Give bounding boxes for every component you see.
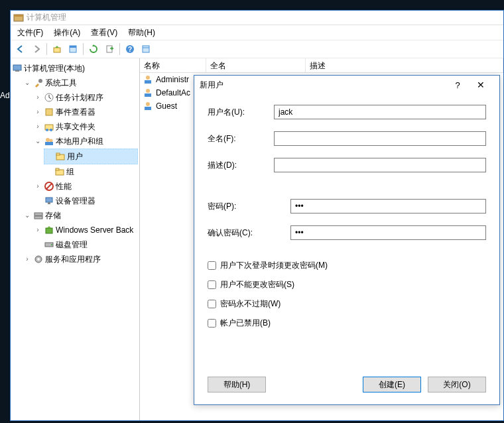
svg-rect-28: [48, 202, 50, 204]
svg-rect-27: [46, 198, 52, 202]
menu-help[interactable]: 帮助(H): [124, 26, 159, 40]
menu-view[interactable]: 查看(V): [87, 26, 121, 40]
tree-shared-folders[interactable]: ›共享文件夹: [33, 119, 138, 134]
svg-rect-24: [56, 168, 59, 170]
user-icon: [143, 74, 153, 85]
expand-icon[interactable]: ›: [33, 180, 42, 193]
svg-point-17: [50, 129, 52, 131]
svg-point-38: [146, 89, 150, 93]
expand-icon[interactable]: ›: [23, 253, 32, 266]
svg-rect-22: [56, 153, 60, 155]
close-icon[interactable]: ✕: [468, 80, 494, 90]
tree-groups[interactable]: 组: [44, 164, 138, 179]
close-button[interactable]: 关闭(O): [428, 377, 486, 393]
svg-point-19: [50, 139, 53, 143]
user-icon: [143, 88, 153, 98]
tree-services-apps[interactable]: ›服务和应用程序: [23, 252, 138, 267]
forward-button[interactable]: [29, 42, 44, 56]
refresh-button[interactable]: [86, 42, 101, 56]
cannot-change-checkbox[interactable]: [208, 280, 216, 289]
tools-icon: [33, 78, 44, 88]
tree-local-users-groups[interactable]: ⌄本地用户和组: [33, 134, 138, 149]
tree-users[interactable]: 用户: [44, 149, 138, 164]
username-label: 用户名(U):: [208, 107, 274, 118]
svg-point-12: [38, 79, 42, 83]
svg-rect-29: [34, 213, 42, 215]
clock-icon: [44, 92, 54, 103]
computer-icon: [12, 63, 23, 74]
tree-task-scheduler[interactable]: ›任务计划程序: [33, 90, 138, 105]
performance-icon: [44, 181, 54, 192]
dialog-help-icon[interactable]: ?: [448, 80, 468, 90]
svg-rect-11: [15, 70, 19, 72]
toolbar: ?: [11, 40, 503, 58]
list-header: 名称 全名 描述: [140, 58, 503, 73]
services-icon: [33, 254, 44, 265]
expand-icon[interactable]: ›: [33, 120, 42, 133]
svg-rect-31: [46, 228, 52, 233]
folder-icon: [55, 151, 66, 162]
event-icon: [44, 107, 54, 117]
svg-rect-14: [46, 109, 52, 115]
properties-button[interactable]: [66, 42, 80, 56]
dialog-title: 新用户: [200, 80, 448, 91]
tree-system-tools[interactable]: ⌄ 系统工具: [23, 76, 138, 90]
tree-event-viewer[interactable]: ›事件查看器: [33, 105, 138, 119]
collapse-icon[interactable]: ⌄: [23, 76, 32, 90]
menu-action[interactable]: 操作(A): [50, 26, 84, 40]
create-button[interactable]: 创建(E): [363, 377, 421, 393]
fullname-input[interactable]: [274, 131, 486, 146]
svg-rect-39: [145, 93, 151, 97]
dialog-title-bar[interactable]: 新用户 ? ✕: [194, 76, 499, 94]
collapse-icon[interactable]: ⌄: [33, 135, 42, 148]
fullname-label: 全名(F):: [208, 133, 274, 145]
expand-icon[interactable]: ›: [33, 91, 42, 104]
svg-point-18: [46, 138, 50, 142]
must-change-checkbox[interactable]: [208, 261, 216, 270]
tree-storage[interactable]: ⌄存储: [23, 208, 138, 223]
password-input[interactable]: [290, 199, 486, 213]
device-icon: [44, 196, 54, 206]
svg-point-36: [146, 76, 150, 80]
storage-icon: [33, 210, 44, 221]
description-label: 描述(D):: [208, 160, 274, 171]
col-description[interactable]: 描述: [306, 58, 503, 72]
title-bar: 计算机管理: [11, 11, 503, 25]
disabled-checkbox[interactable]: [208, 319, 216, 328]
svg-point-40: [146, 102, 150, 106]
col-name[interactable]: 名称: [140, 58, 206, 72]
expand-icon[interactable]: ›: [33, 223, 42, 237]
help-button[interactable]: 帮助(H): [208, 377, 266, 393]
description-input[interactable]: [274, 158, 486, 172]
svg-rect-5: [107, 46, 112, 52]
never-expires-checkbox[interactable]: [208, 300, 216, 308]
expand-icon[interactable]: ›: [33, 105, 42, 119]
svg-rect-4: [70, 46, 76, 48]
must-change-label: 用户下次登录时须更改密码(M): [220, 260, 328, 271]
tree-device-manager[interactable]: 设备管理器: [33, 194, 138, 208]
back-button[interactable]: [13, 42, 28, 56]
password-label: 密码(P):: [208, 201, 290, 212]
svg-rect-37: [145, 80, 151, 84]
help-button[interactable]: ?: [123, 42, 137, 56]
svg-text:?: ?: [128, 46, 132, 53]
export-button[interactable]: [102, 42, 117, 56]
tree-panel: 计算机管理(本地) ⌄ 系统工具 ›任务计划程序: [11, 58, 140, 420]
view-button[interactable]: [139, 42, 153, 56]
collapse-icon[interactable]: ⌄: [23, 209, 32, 222]
menu-file[interactable]: 文件(F): [13, 26, 47, 40]
shared-folder-icon: [44, 121, 54, 132]
up-button[interactable]: [50, 42, 64, 56]
confirm-password-input[interactable]: [290, 225, 486, 240]
svg-rect-41: [145, 107, 151, 110]
tree-windows-backup[interactable]: ›Windows Server Back: [33, 223, 138, 237]
background-text: Ad: [0, 91, 10, 100]
username-input[interactable]: [274, 105, 486, 119]
tree-root[interactable]: 计算机管理(本地): [12, 61, 138, 76]
svg-point-35: [37, 258, 40, 261]
tree-disk-management[interactable]: 磁盘管理: [33, 237, 138, 252]
tree-performance[interactable]: ›性能: [33, 179, 138, 194]
svg-rect-1: [14, 15, 23, 17]
confirm-label: 确认密码(C):: [208, 227, 290, 239]
col-fullname[interactable]: 全名: [206, 58, 306, 72]
